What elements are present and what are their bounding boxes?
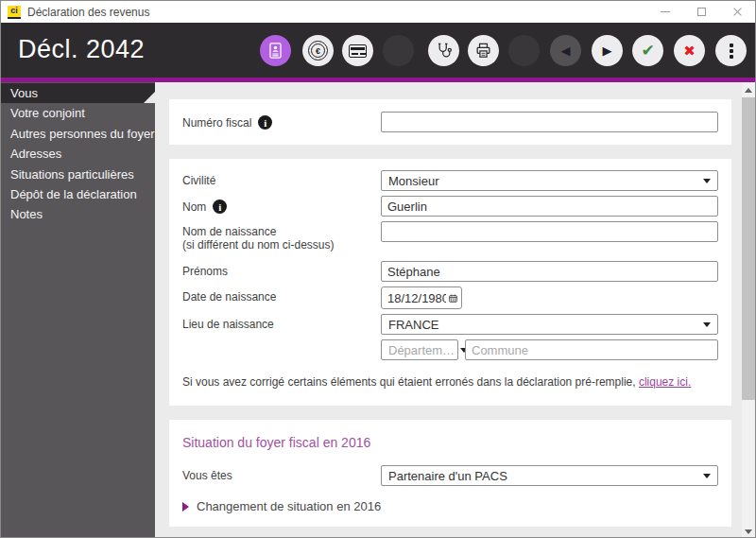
- app-window: ci Déclaration des revenus Décl. 2042 €: [0, 0, 756, 538]
- credit-card-icon: [349, 44, 367, 58]
- sidebar-item-depot-declaration[interactable]: Dépôt de la déclaration: [1, 184, 155, 204]
- calendar-icon[interactable]: [449, 292, 457, 304]
- vertical-scrollbar: [742, 82, 755, 538]
- first-names-input[interactable]: [381, 261, 718, 282]
- id-card-icon: [266, 42, 284, 60]
- sidebar-item-situations-particulieres[interactable]: Situations particulières: [1, 165, 155, 184]
- civility-select[interactable]: Monsieur: [381, 170, 718, 191]
- scroll-up-icon: [745, 88, 752, 93]
- page-title: Décl. 2042: [18, 23, 145, 78]
- print-button[interactable]: [468, 35, 499, 66]
- sidebar-item-adresses[interactable]: Adresses: [1, 144, 155, 164]
- titlebar: ci Déclaration des revenus: [1, 1, 755, 23]
- department-select[interactable]: Départem…: [381, 339, 458, 360]
- sidebar: Vous Votre conjoint Autres personnes du …: [1, 82, 155, 538]
- fiscal-number-label: Numéro fiscal: [182, 116, 251, 130]
- maximize-icon: [697, 8, 706, 16]
- sidebar-item-vous[interactable]: Vous: [1, 83, 155, 103]
- first-names-label: Prénoms: [182, 265, 228, 278]
- birth-date-label: Date de naissance: [182, 290, 276, 304]
- birth-place-label: Lieu de naissance: [182, 318, 274, 331]
- info-icon[interactable]: i: [213, 200, 227, 214]
- check-icon: ✔: [641, 43, 654, 59]
- payment-card-button[interactable]: [342, 35, 373, 66]
- chevron-down-icon: [703, 474, 711, 478]
- scroll-down-icon: [745, 529, 752, 534]
- birth-name-input[interactable]: [381, 221, 718, 242]
- you-are-select[interactable]: Partenaire d'un PACS: [381, 465, 718, 486]
- euro-amounts-button[interactable]: €: [302, 35, 334, 66]
- household-heading: Situation du foyer fiscal en 2016: [182, 435, 718, 450]
- forward-arrow-icon: ▶: [603, 44, 612, 57]
- minimize-icon: [661, 11, 670, 12]
- scroll-up-button[interactable]: [742, 82, 755, 97]
- cancel-button[interactable]: ✖: [674, 35, 705, 66]
- scroll-down-button[interactable]: [742, 524, 755, 538]
- correction-link[interactable]: cliquez ici.: [639, 375, 691, 389]
- expander-arrow-icon: [182, 502, 189, 512]
- back-arrow-icon: ◀: [561, 44, 571, 57]
- kebab-menu-icon: [730, 43, 733, 59]
- civility-label: Civilité: [182, 174, 215, 187]
- chevron-down-icon: [703, 179, 711, 183]
- diagnostic-button[interactable]: [428, 35, 459, 66]
- birth-name-sublabel: (si différent du nom ci-dessus): [182, 238, 335, 252]
- household-situation-card: Situation du foyer fiscal en 2016 Vous ê…: [169, 420, 731, 527]
- more-menu-button[interactable]: [715, 35, 747, 66]
- sidebar-item-autres-personnes[interactable]: Autres personnes du foyer: [1, 124, 155, 144]
- chevron-down-icon: [703, 322, 711, 327]
- window-title: Déclaration des revenus: [27, 6, 149, 19]
- app-logo-icon: ci: [8, 6, 21, 19]
- toolbar-disabled-button-2: [508, 35, 540, 66]
- birth-date-input[interactable]: [387, 291, 446, 305]
- toolbar-disabled-button-1: [383, 35, 414, 66]
- last-name-label: Nom: [182, 200, 206, 214]
- maximize-button[interactable]: [683, 1, 719, 23]
- birth-country-select[interactable]: FRANCE: [381, 314, 718, 335]
- scrollbar-thumb[interactable]: [742, 97, 755, 400]
- close-icon: [732, 7, 743, 17]
- birth-date-field: [381, 286, 462, 309]
- back-button: ◀: [550, 35, 581, 66]
- close-button[interactable]: [719, 1, 755, 23]
- validate-button[interactable]: ✔: [632, 35, 663, 66]
- minimize-button[interactable]: [647, 1, 683, 23]
- fiscal-number-input[interactable]: [381, 112, 718, 132]
- birth-name-label: Nom de naissance: [182, 225, 276, 238]
- sidebar-item-votre-conjoint[interactable]: Votre conjoint: [1, 103, 155, 123]
- sidebar-item-notes[interactable]: Notes: [1, 204, 155, 224]
- you-are-label: Vous êtes: [182, 469, 232, 482]
- identity-card: Civilité Monsieur Nom i: [169, 159, 731, 406]
- main-content: Numéro fiscal i Civilité Monsieur: [155, 82, 742, 538]
- correction-note: Si vous avez corrigé certains éléments q…: [182, 375, 718, 389]
- change-of-situation-expander[interactable]: Changement de situation en 2016: [182, 499, 718, 513]
- commune-input[interactable]: [465, 339, 718, 360]
- info-icon[interactable]: i: [258, 115, 272, 130]
- euro-coin-icon: €: [308, 41, 328, 61]
- printer-icon: [474, 42, 492, 60]
- stethoscope-icon: [435, 42, 453, 60]
- last-name-input[interactable]: [381, 196, 718, 217]
- fiscal-number-card: Numéro fiscal i: [169, 99, 731, 145]
- cross-icon: ✖: [683, 43, 696, 58]
- forward-button[interactable]: ▶: [592, 35, 623, 66]
- app-header: Décl. 2042 €: [1, 23, 755, 78]
- taxpayer-profile-button[interactable]: [260, 35, 291, 66]
